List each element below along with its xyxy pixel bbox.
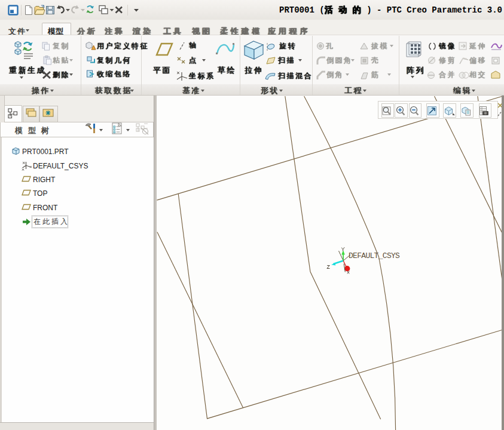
svg-text:DEFAULT_CSYS: DEFAULT_CSYS bbox=[349, 251, 400, 260]
